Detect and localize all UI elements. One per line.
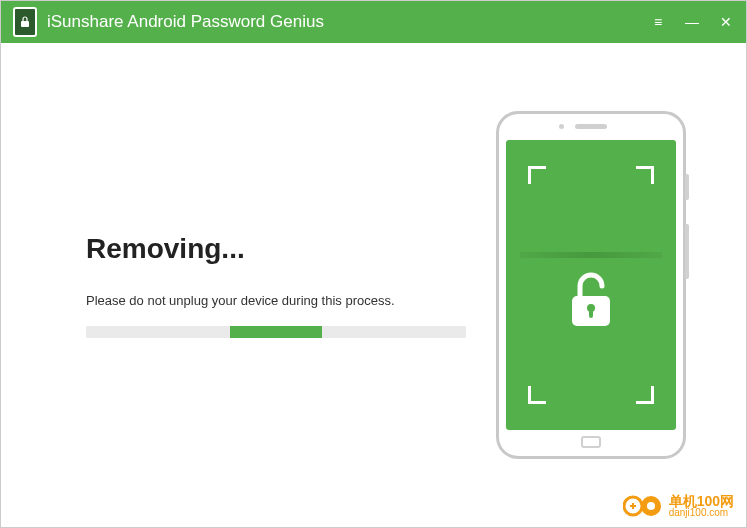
watermark-url: danji100.com xyxy=(669,508,734,518)
unlock-icon xyxy=(566,270,616,330)
status-subtext: Please do not unplug your device during … xyxy=(86,293,466,308)
titlebar: iSunshare Android Password Genius ≡ — ✕ xyxy=(1,1,746,43)
phone-side-button-icon xyxy=(685,174,689,200)
main-content: Removing... Please do not unplug your de… xyxy=(1,43,746,527)
phone-camera-icon xyxy=(559,124,564,129)
phone-volume-button-icon xyxy=(685,224,689,279)
app-title: iSunshare Android Password Genius xyxy=(47,12,650,32)
frame-corner-icon xyxy=(528,166,546,184)
watermark-title: 单机100网 xyxy=(669,494,734,508)
menu-button[interactable]: ≡ xyxy=(650,14,666,30)
minimize-button[interactable]: — xyxy=(684,14,700,30)
status-panel: Removing... Please do not unplug your de… xyxy=(86,233,496,338)
svg-point-8 xyxy=(647,502,655,510)
app-logo-icon xyxy=(13,7,37,37)
svg-rect-3 xyxy=(589,308,593,318)
scan-line-icon xyxy=(520,252,662,258)
frame-corner-icon xyxy=(528,386,546,404)
status-heading: Removing... xyxy=(86,233,466,265)
phone-home-button-icon xyxy=(581,436,601,448)
phone-screen xyxy=(506,140,676,430)
progress-fill xyxy=(230,326,321,338)
watermark-text: 单机100网 danji100.com xyxy=(669,494,734,518)
progress-bar xyxy=(86,326,466,338)
watermark: 单机100网 danji100.com xyxy=(623,493,734,519)
watermark-logo-icon xyxy=(623,493,663,519)
frame-corner-icon xyxy=(636,386,654,404)
close-button[interactable]: ✕ xyxy=(718,14,734,30)
phone-illustration xyxy=(496,111,686,459)
frame-corner-icon xyxy=(636,166,654,184)
svg-rect-0 xyxy=(21,21,29,27)
phone-speaker-icon xyxy=(575,124,607,129)
window-controls: ≡ — ✕ xyxy=(650,14,734,30)
